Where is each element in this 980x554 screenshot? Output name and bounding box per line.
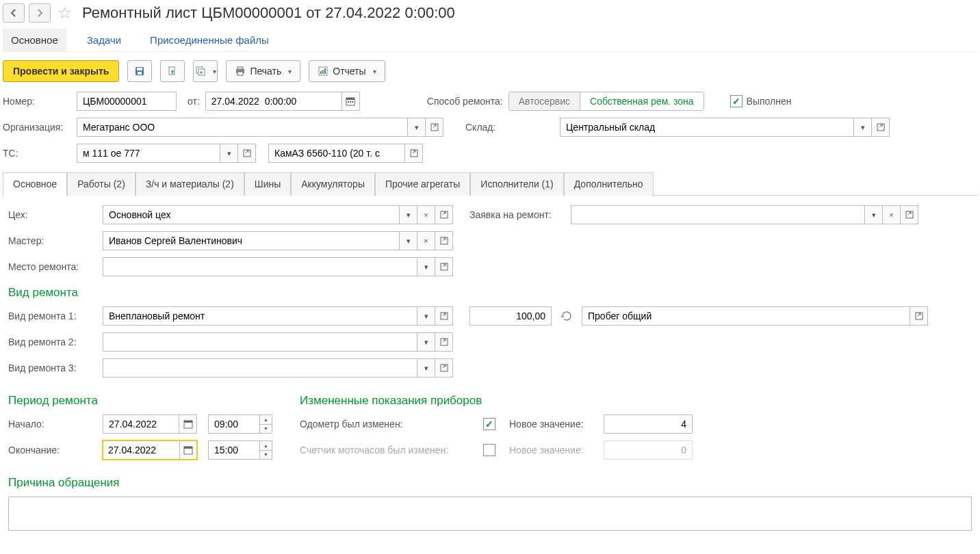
odo-checkbox[interactable]: ✓ [483,418,495,430]
ts-label: ТС: [3,148,71,159]
subtab-tires[interactable]: Шины [244,172,291,196]
arrow-right-icon [34,8,45,18]
open-button[interactable] [435,231,453,250]
open-icon [439,209,450,220]
moto-checkbox[interactable]: ✓ [483,444,495,456]
submit-close-button[interactable]: Провести и закрыть [3,60,119,82]
reason-textarea[interactable] [8,497,972,531]
place-input[interactable] [103,257,417,276]
open-button[interactable] [435,332,453,352]
ts-input[interactable] [77,144,220,163]
open-button[interactable] [435,358,453,378]
open-button[interactable] [435,306,453,326]
open-button[interactable] [910,306,928,326]
subtab-works[interactable]: Работы (2) [67,172,136,196]
dropdown-button[interactable]: ▾ [417,306,435,326]
subtab-parts[interactable]: З/ч и материалы (2) [136,172,244,196]
seg-own-zone[interactable]: Собственная рем. зона [580,92,704,110]
dropdown-button[interactable]: ▾ [417,257,435,276]
warehouse-input[interactable] [560,118,854,137]
clear-button[interactable]: × [417,205,435,224]
calendar-button[interactable] [179,414,197,434]
back-button[interactable] [3,3,25,23]
repair-type3-input[interactable] [103,358,417,378]
repair-type2-input[interactable] [103,332,417,352]
subtab-workers[interactable]: Исполнители (1) [470,172,563,196]
open-icon [439,337,450,347]
request-input[interactable] [571,205,865,224]
start-time-input[interactable] [208,414,260,434]
start-date-input[interactable] [103,414,179,434]
clear-button[interactable]: × [417,231,435,250]
odo-new-input[interactable] [604,414,693,434]
clear-button[interactable]: × [883,205,901,224]
svg-rect-8 [237,72,243,75]
dropdown-button[interactable]: ▾ [408,118,426,137]
master-input[interactable] [103,231,400,250]
tab-tasks[interactable]: Задачи [79,29,129,51]
forward-button[interactable] [29,3,51,23]
subtab-main[interactable]: Основное [3,172,67,196]
print-button[interactable]: Печать ▾ [226,60,300,82]
dropdown-button[interactable]: ▾ [400,205,417,224]
spin-down-icon[interactable]: ▼ [260,451,272,460]
copy-button[interactable]: ▾ [193,60,218,82]
post-button[interactable] [160,60,185,82]
open-button[interactable] [426,118,443,137]
dropdown-button[interactable]: ▾ [400,231,417,250]
end-time-spinner[interactable]: ▲ ▼ [260,440,272,460]
subtab-other[interactable]: Прочие агрегаты [375,172,470,196]
repair-method-toggle: Автосервис Собственная рем. зона [508,92,704,111]
workshop-input[interactable] [103,205,400,224]
open-button[interactable] [901,205,918,224]
print-label: Печать [250,66,281,77]
save-button[interactable] [127,60,152,82]
subtab-batteries[interactable]: Аккумуляторы [291,172,375,196]
save-icon [134,66,145,77]
reading-type-input[interactable] [582,306,910,326]
repair-type1-input[interactable] [103,306,417,326]
spin-down-icon[interactable]: ▼ [260,425,272,434]
svg-rect-15 [348,101,349,103]
open-button[interactable] [435,205,453,224]
tab-files[interactable]: Присоединенные файлы [142,29,277,51]
toolbar: Провести и закрыть ▾ Печать ▾ Отчеты ▾ [3,60,977,82]
subtab-extra[interactable]: Дополнительно [564,172,654,196]
refresh-button[interactable] [557,306,576,326]
spin-up-icon[interactable]: ▲ [260,441,272,451]
end-time-input[interactable] [208,440,260,460]
org-label: Организация: [3,122,71,133]
start-time-spinner[interactable]: ▲ ▼ [260,414,272,434]
date-input[interactable] [205,92,342,111]
done-checkbox[interactable]: ✓ [730,95,743,107]
reading-value-input[interactable] [469,306,552,326]
open-icon [439,362,450,373]
dropdown-button[interactable]: ▾ [220,144,238,163]
number-input[interactable] [77,92,177,111]
end-date-input[interactable] [103,440,179,460]
odo-new-label: Новое значение: [509,419,598,430]
favorite-star-icon[interactable]: ☆ [55,3,75,23]
tab-main[interactable]: Основное [3,29,66,51]
calendar-button[interactable] [179,440,197,460]
seg-autoservice[interactable]: Автосервис [509,92,580,110]
open-button[interactable] [435,257,453,276]
dropdown-button[interactable]: ▾ [417,332,435,352]
open-icon [439,235,450,246]
dropdown-button[interactable]: ▾ [854,118,872,137]
reports-button[interactable]: Отчеты ▾ [309,60,385,82]
ts-model-input[interactable] [268,144,405,163]
meters-title: Измененные показания приборов [300,394,693,408]
spin-up-icon[interactable]: ▲ [260,415,272,425]
open-button[interactable] [238,144,256,163]
dropdown-button[interactable]: ▾ [865,205,883,224]
open-button[interactable] [872,118,890,137]
repair-type1-label: Вид ремонта 1: [8,311,97,321]
org-input[interactable] [77,118,408,137]
moto-label: Счетчик моточасов был изменен: [300,445,478,456]
svg-rect-33 [184,447,192,449]
open-button[interactable] [405,144,423,163]
dropdown-button[interactable]: ▾ [417,358,435,378]
copy-plus-icon [195,66,206,77]
calendar-button[interactable] [342,92,360,111]
